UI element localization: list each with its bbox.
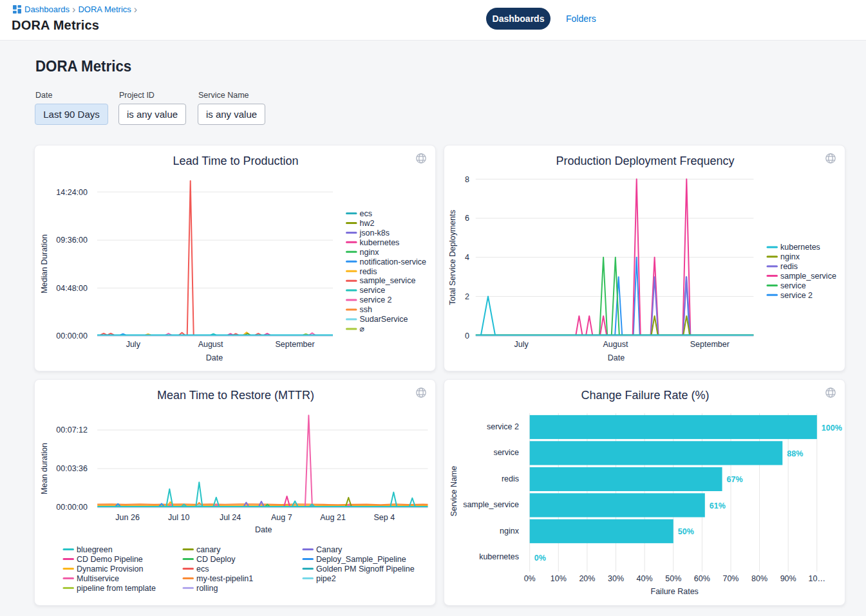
- svg-text:service: service: [780, 281, 806, 290]
- svg-text:Deploy_Sample_Pipeline: Deploy_Sample_Pipeline: [316, 555, 406, 564]
- svg-text:service: service: [493, 448, 519, 457]
- svg-text:nginx: nginx: [500, 527, 520, 536]
- svg-text:my-test-pipelin1: my-test-pipelin1: [196, 574, 253, 583]
- svg-text:67%: 67%: [727, 475, 743, 484]
- svg-text:Jul 10: Jul 10: [168, 513, 189, 522]
- svg-text:json-k8s: json-k8s: [359, 229, 390, 238]
- svg-text:60%: 60%: [694, 574, 710, 583]
- svg-text:service 2: service 2: [780, 291, 813, 300]
- svg-text:sample_service: sample_service: [360, 276, 416, 285]
- svg-text:service 2: service 2: [487, 422, 519, 431]
- svg-text:canary: canary: [196, 545, 221, 554]
- svg-text:10…: 10…: [809, 574, 825, 583]
- svg-text:14:24:00: 14:24:00: [56, 188, 88, 197]
- svg-text:SudarService: SudarService: [360, 315, 408, 324]
- svg-text:pipeline from template: pipeline from template: [77, 584, 156, 593]
- svg-text:⌀: ⌀: [360, 324, 365, 333]
- svg-text:61%: 61%: [710, 501, 726, 510]
- svg-text:Date: Date: [206, 353, 223, 362]
- svg-text:00:07:12: 00:07:12: [56, 425, 88, 434]
- svg-text:redis: redis: [502, 474, 519, 483]
- svg-text:Date: Date: [608, 353, 625, 362]
- svg-text:August: August: [198, 340, 223, 349]
- svg-text:Multiservice: Multiservice: [77, 574, 119, 583]
- svg-text:Dynamic Provision: Dynamic Provision: [77, 565, 144, 574]
- svg-text:CD Deploy: CD Deploy: [196, 555, 236, 564]
- svg-text:kubernetes: kubernetes: [479, 552, 519, 561]
- svg-text:88%: 88%: [787, 449, 803, 458]
- svg-text:40%: 40%: [637, 574, 653, 583]
- svg-text:Median Duration: Median Duration: [40, 234, 49, 294]
- svg-text:redis: redis: [360, 267, 377, 276]
- svg-text:ecs: ecs: [360, 209, 372, 218]
- svg-text:00:00:00: 00:00:00: [56, 503, 88, 512]
- svg-text:hw2: hw2: [360, 219, 375, 228]
- svg-text:service 2: service 2: [360, 295, 392, 304]
- svg-text:90%: 90%: [780, 574, 796, 583]
- svg-text:Service Name: Service Name: [449, 466, 458, 517]
- svg-text:Mean Time to Restore (MTTR): Mean Time to Restore (MTTR): [157, 389, 314, 402]
- svg-text:0: 0: [465, 331, 469, 341]
- svg-text:September: September: [690, 340, 730, 349]
- svg-text:Jul 24: Jul 24: [220, 513, 241, 522]
- svg-text:July: July: [126, 340, 141, 349]
- svg-text:04:48:00: 04:48:00: [56, 284, 88, 293]
- svg-text:0%: 0%: [524, 574, 536, 583]
- svg-text:notification-service: notification-service: [360, 257, 427, 266]
- svg-text:Jun 26: Jun 26: [115, 513, 140, 522]
- svg-text:4: 4: [465, 253, 469, 262]
- svg-text:ecs: ecs: [196, 565, 209, 574]
- svg-text:50%: 50%: [678, 527, 694, 536]
- svg-text:Aug 21: Aug 21: [320, 513, 346, 522]
- svg-text:July: July: [514, 340, 529, 349]
- svg-text:service: service: [360, 286, 386, 295]
- svg-text:09:36:00: 09:36:00: [56, 236, 88, 245]
- svg-text:50%: 50%: [665, 574, 681, 583]
- svg-text:20%: 20%: [579, 574, 595, 583]
- svg-text:Canary: Canary: [316, 545, 343, 554]
- svg-text:nginx: nginx: [780, 252, 800, 261]
- svg-text:sample_service: sample_service: [780, 272, 836, 281]
- svg-text:Lead Time to Production: Lead Time to Production: [173, 154, 298, 167]
- svg-text:September: September: [276, 340, 315, 349]
- svg-text:70%: 70%: [722, 574, 739, 583]
- svg-text:00:03:36: 00:03:36: [56, 464, 88, 473]
- svg-text:10%: 10%: [551, 574, 567, 583]
- svg-text:Golden PM Signoff Pipeline: Golden PM Signoff Pipeline: [316, 565, 415, 574]
- svg-text:2: 2: [465, 292, 469, 301]
- svg-text:sample_service: sample_service: [463, 500, 519, 509]
- svg-text:Change Failure Rate (%): Change Failure Rate (%): [581, 389, 709, 402]
- svg-text:bluegreen: bluegreen: [77, 545, 113, 554]
- svg-text:30%: 30%: [608, 574, 624, 583]
- svg-text:CD Demo Pipeline: CD Demo Pipeline: [77, 555, 143, 564]
- svg-text:0%: 0%: [534, 554, 546, 563]
- svg-text:kubernetes: kubernetes: [360, 238, 400, 247]
- svg-text:80%: 80%: [751, 574, 767, 583]
- svg-text:pipe2: pipe2: [316, 574, 336, 583]
- svg-text:Mean duration: Mean duration: [40, 443, 49, 494]
- svg-text:6: 6: [465, 214, 469, 223]
- svg-text:Sep 4: Sep 4: [373, 513, 395, 522]
- svg-text:100%: 100%: [822, 424, 842, 433]
- svg-text:Aug 7: Aug 7: [271, 513, 292, 522]
- svg-text:nginx: nginx: [360, 248, 380, 257]
- svg-text:ssh: ssh: [360, 305, 373, 314]
- svg-text:Date: Date: [255, 525, 272, 534]
- svg-text:kubernetes: kubernetes: [780, 243, 820, 252]
- svg-text:redis: redis: [780, 262, 798, 271]
- svg-text:Total Service Deployments: Total Service Deployments: [448, 210, 457, 305]
- svg-text:rolling: rolling: [196, 584, 218, 593]
- svg-text:Failure Rates: Failure Rates: [651, 587, 699, 596]
- svg-text:8: 8: [465, 175, 469, 184]
- svg-text:Production Deployment Frequenc: Production Deployment Frequency: [556, 154, 734, 167]
- svg-text:August: August: [603, 340, 628, 349]
- svg-text:00:00:00: 00:00:00: [56, 331, 88, 341]
